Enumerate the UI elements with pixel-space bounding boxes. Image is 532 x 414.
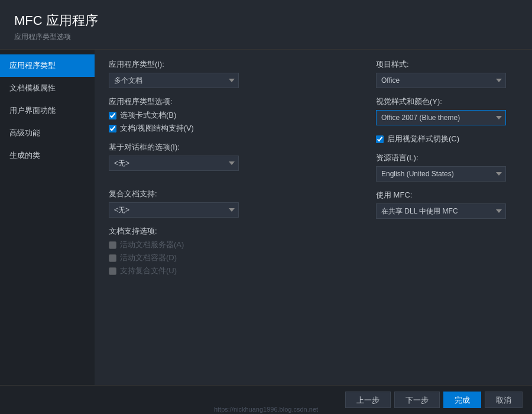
enable-visual-group: 启用视觉样式切换(C) [376,134,518,144]
compound-doc-label: 复合文档支持: [109,189,357,199]
use-mfc-select[interactable]: 在共享 DLL 中使用 MFC [376,203,506,219]
checkbox-compound-file[interactable] [109,267,116,275]
visual-style-label: 视觉样式和颜色(Y): [376,96,518,107]
app-type-options-group: 应用程序类型选项: 选项卡式文档(B) 文档/视图结构支持(V) [109,96,357,134]
app-type-group: 应用程序类型(I): 多个文档 [109,59,357,88]
visual-style-group: 视觉样式和颜色(Y): Office 2007 (Blue theme) [376,96,518,125]
use-mfc-label: 使用 MFC: [376,190,518,200]
dialog-base-group: 基于对话框的选项(I): <无> [109,142,357,171]
checkbox-enable-visual[interactable] [376,135,384,143]
dialog-subtitle: 应用程序类型选项 [14,32,518,42]
doc-support-label: 文档支持选项: [109,226,357,237]
checkbox-active-doc-server-label[interactable]: 活动文档服务器(A) [120,240,184,250]
left-panel: 应用程序类型(I): 多个文档 应用程序类型选项: 选项卡式文档(B) 文档/视… [109,59,357,376]
project-style-label: 项目样式: [376,59,518,70]
resource-lang-group: 资源语言(L): English (United States) [376,153,518,182]
checkbox-active-doc-container[interactable] [109,254,116,262]
checkbox-enable-visual-label[interactable]: 启用视觉样式切换(C) [387,134,459,144]
dialog-body: 应用程序类型 文档模板属性 用户界面功能 高级功能 生成的类 应用程序类型(I)… [0,50,532,385]
checkbox-doc-view[interactable] [109,125,116,132]
right-panel: 项目样式: Office 视觉样式和颜色(Y): Office 2007 (Bl… [376,59,518,376]
checkbox-enable-visual-group: 启用视觉样式切换(C) [376,134,518,144]
checkbox-tabbed-label[interactable]: 选项卡式文档(B) [120,110,176,121]
app-type-label: 应用程序类型(I): [109,59,357,70]
compound-doc-select[interactable]: <无> [109,202,239,218]
resource-lang-select[interactable]: English (United States) [376,166,506,182]
checkbox-doc-view-group: 文档/视图结构支持(V) [109,123,357,134]
sidebar-item-doc-template[interactable]: 文档模板属性 [0,77,95,99]
main-content: 应用程序类型(I): 多个文档 应用程序类型选项: 选项卡式文档(B) 文档/视… [95,50,532,385]
app-type-select[interactable]: 多个文档 [109,73,239,88]
watermark: https://nickhuang1996.blog.csdn.net [0,406,532,413]
app-type-options-label: 应用程序类型选项: [109,96,357,107]
sidebar-item-ui-features[interactable]: 用户界面功能 [0,99,95,122]
compound-doc-group: 复合文档支持: <无> [109,189,357,218]
checkbox-active-doc-container-group: 活动文档容器(D) [109,253,357,263]
sidebar: 应用程序类型 文档模板属性 用户界面功能 高级功能 生成的类 [0,50,95,385]
checkbox-tabbed[interactable] [109,112,116,119]
project-style-select[interactable]: Office [376,73,506,88]
checkbox-active-doc-container-label[interactable]: 活动文档容器(D) [120,253,177,263]
checkbox-compound-file-label[interactable]: 支持复合文件(U) [120,266,177,276]
sidebar-item-generated-classes[interactable]: 生成的类 [0,144,95,167]
checkbox-compound-file-group: 支持复合文件(U) [109,266,357,276]
dialog: MFC 应用程序 应用程序类型选项 应用程序类型 文档模板属性 用户界面功能 高… [0,0,532,414]
checkbox-active-doc-server[interactable] [109,241,116,249]
dialog-base-label: 基于对话框的选项(I): [109,142,357,153]
checkbox-tabbed-group: 选项卡式文档(B) [109,110,357,121]
dialog-header: MFC 应用程序 应用程序类型选项 [0,0,532,50]
resource-lang-label: 资源语言(L): [376,153,518,163]
dialog-base-select[interactable]: <无> [109,156,239,171]
visual-style-select[interactable]: Office 2007 (Blue theme) [376,110,506,125]
sidebar-item-advanced[interactable]: 高级功能 [0,122,95,144]
use-mfc-group: 使用 MFC: 在共享 DLL 中使用 MFC [376,190,518,219]
dialog-title: MFC 应用程序 [14,12,518,30]
sidebar-item-app-type[interactable]: 应用程序类型 [0,54,95,77]
checkbox-doc-view-label[interactable]: 文档/视图结构支持(V) [120,123,194,134]
doc-support-group: 文档支持选项: 活动文档服务器(A) 活动文档容器(D) 支持复合文件(U) [109,226,357,276]
project-style-group: 项目样式: Office [376,59,518,88]
checkbox-active-doc-server-group: 活动文档服务器(A) [109,240,357,250]
